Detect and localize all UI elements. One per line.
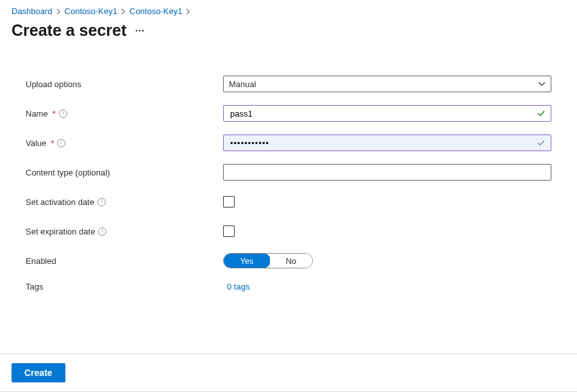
tags-label: Tags [26,282,43,291]
svg-point-0 [136,29,138,31]
name-input[interactable] [229,108,537,119]
upload-options-value: Manual [229,79,256,89]
content-type-input-wrapper [223,164,551,181]
info-icon[interactable]: i [97,198,106,206]
chevron-right-icon [121,8,126,15]
breadcrumb-link-contoso-key1-b[interactable]: Contoso-Key1 [130,6,182,16]
name-label: Name [26,109,48,118]
chevron-down-icon [538,80,546,88]
enabled-toggle-yes[interactable]: Yes [223,253,271,268]
page-title: Create a secret [12,21,126,40]
breadcrumb-link-dashboard[interactable]: Dashboard [12,6,53,16]
activation-date-label: Set activation date [26,197,94,207]
enabled-label: Enabled [26,256,56,266]
chevron-right-icon [186,8,190,15]
name-input-wrapper [223,105,551,122]
create-button[interactable]: Create [12,363,65,382]
checkmark-icon [537,109,546,118]
svg-point-1 [139,29,141,31]
info-icon[interactable]: i [59,110,67,118]
expiration-date-checkbox[interactable] [223,225,235,237]
enabled-toggle[interactable]: Yes No [223,253,313,268]
required-marker: * [53,109,56,118]
checkmark-icon [537,138,546,147]
content-type-input[interactable] [229,167,546,178]
breadcrumb: Dashboard Contoso-Key1 Contoso-Key1 [0,0,577,17]
info-icon[interactable]: i [98,227,106,236]
footer: Create [0,354,577,392]
breadcrumb-link-contoso-key1-a[interactable]: Contoso-Key1 [65,6,117,16]
expiration-date-label: Set expiration date [26,227,95,236]
upload-options-label: Upload options [26,79,81,89]
value-label: Value [26,138,46,148]
chevron-right-icon [56,8,61,15]
more-actions-icon[interactable] [135,29,144,32]
info-icon[interactable]: i [57,139,65,147]
tags-link[interactable]: 0 tags [223,282,249,291]
enabled-toggle-no[interactable]: No [270,254,312,268]
required-marker: * [51,138,54,148]
activation-date-checkbox[interactable] [223,196,235,208]
upload-options-select[interactable]: Manual [223,76,551,92]
create-secret-form: Upload options Manual Name * i [0,51,577,305]
svg-point-2 [142,29,144,31]
value-input[interactable] [229,138,537,149]
value-input-wrapper [223,135,551,151]
content-type-label: Content type (optional) [26,168,110,177]
